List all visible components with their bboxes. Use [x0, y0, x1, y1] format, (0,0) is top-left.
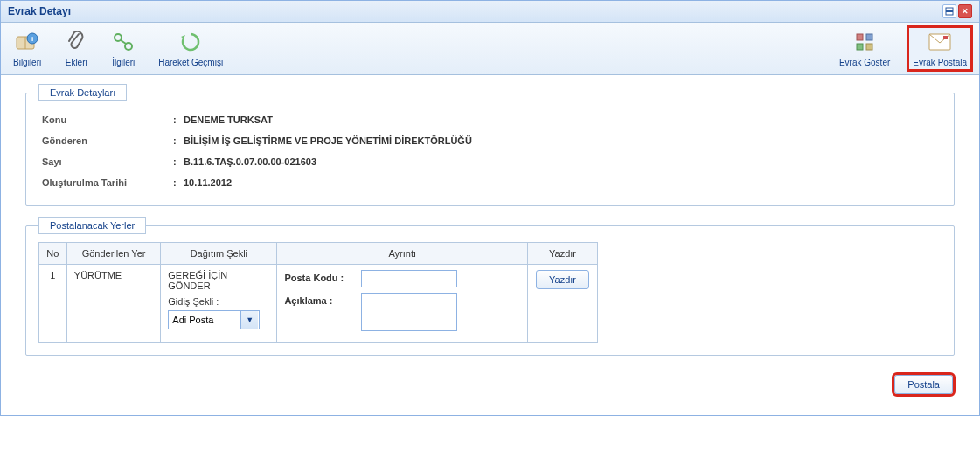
goster-label: Evrak Göster	[839, 58, 890, 67]
svg-rect-9	[857, 44, 863, 50]
table-row: 1 YÜRÜTME GEREĞİ İÇİN GÖNDER Gidiş Şekli…	[39, 265, 598, 343]
ekleri-label: Ekleri	[66, 58, 87, 67]
konu-value: DENEME TURKSAT	[184, 114, 938, 125]
svg-point-5	[115, 34, 122, 41]
konu-label: Konu	[42, 114, 173, 125]
sayi-label: Sayı	[42, 156, 173, 167]
hareket-gecmisi-button[interactable]: Hareket Geçmişi	[155, 28, 226, 69]
collapse-icon	[945, 7, 954, 16]
aciklama-label: Açıklama :	[284, 293, 354, 306]
postala-label: Evrak Postala	[913, 58, 967, 67]
toolbar-left: i Bilgileri Ekleri	[10, 28, 226, 69]
combo-trigger[interactable]: ▼	[240, 311, 258, 329]
aciklama-textarea[interactable]	[361, 293, 457, 331]
sayi-value: B.11.6.TAŞ.0.07.00.00-021603	[184, 156, 938, 167]
footer: Postala	[25, 375, 955, 398]
window-title: Evrak Detayı	[8, 5, 71, 17]
evrak-detaylari-fieldset: Evrak Detayları Konu : DENEME TURKSAT Gö…	[25, 93, 955, 206]
bilgileri-button[interactable]: i Bilgileri	[10, 28, 45, 69]
envelope-icon	[928, 30, 952, 54]
posta-kodu-label: Posta Kodu :	[284, 270, 354, 283]
cell-dagitim: GEREĞİ İÇİN GÖNDER Gidiş Şekli : ▼	[161, 265, 277, 343]
detaylar-legend: Evrak Detayları	[38, 84, 127, 101]
evrak-postala-button[interactable]: Evrak Postala	[909, 28, 970, 69]
svg-point-6	[125, 43, 132, 50]
th-no: No	[39, 243, 67, 265]
cell-no: 1	[39, 265, 67, 343]
gonderen-row: Gönderen : BİLİŞİM İŞ GELİŞTİRME VE PROJ…	[38, 130, 942, 151]
link-icon	[111, 30, 136, 54]
postalanacak-table: No Gönderilen Yer Dağıtım Şekli Ayrıntı …	[38, 242, 598, 343]
svg-rect-12	[943, 36, 948, 39]
toolbar-right: Evrak Göster Evrak Postala	[836, 28, 970, 69]
th-yer: Gönderilen Yer	[66, 243, 161, 265]
ilgileri-button[interactable]: İlgileri	[108, 28, 139, 69]
yazdir-button[interactable]: Yazdır	[536, 270, 589, 289]
svg-rect-8	[866, 34, 872, 40]
titlebar: Evrak Detayı ✕	[1, 1, 979, 23]
gonderen-label: Gönderen	[42, 135, 173, 146]
chevron-down-icon: ▼	[246, 315, 254, 324]
sayi-row: Sayı : B.11.6.TAŞ.0.07.00.00-021603	[38, 151, 942, 172]
cell-yazdir: Yazdır	[528, 265, 598, 343]
cell-yer: YÜRÜTME	[66, 265, 161, 343]
tarih-row: Oluşturulma Tarihi : 10.11.2012	[38, 172, 942, 193]
posta-kodu-input[interactable]	[361, 270, 457, 287]
grid-icon	[852, 30, 877, 54]
th-ayrinti: Ayrıntı	[277, 243, 528, 265]
gonderen-value: BİLİŞİM İŞ GELİŞTİRME VE PROJE YÖNETİMİ …	[184, 135, 938, 146]
cell-ayrinti: Posta Kodu : Açıklama :	[277, 265, 528, 343]
refresh-icon	[178, 30, 203, 54]
ekleri-button[interactable]: Ekleri	[60, 28, 92, 69]
th-yazdir: Yazdır	[528, 243, 598, 265]
collapse-button[interactable]	[942, 4, 956, 18]
titlebar-controls: ✕	[942, 4, 972, 18]
tarih-label: Oluşturulma Tarihi	[42, 177, 173, 188]
book-info-icon: i	[15, 30, 39, 54]
hareket-label: Hareket Geçmişi	[158, 58, 223, 67]
gidis-sekli-combo[interactable]: ▼	[168, 310, 260, 329]
postalanacak-legend: Postalanacak Yerler	[38, 217, 146, 234]
close-button[interactable]: ✕	[958, 4, 972, 18]
bilgileri-label: Bilgileri	[13, 58, 41, 67]
svg-text:i: i	[31, 35, 33, 43]
postala-button[interactable]: Postala	[894, 375, 953, 394]
gidis-sekli-label: Gidiş Şekli :	[168, 296, 269, 307]
konu-row: Konu : DENEME TURKSAT	[38, 109, 942, 130]
tarih-value: 10.11.2012	[184, 177, 938, 188]
paperclip-icon	[64, 30, 88, 54]
close-icon: ✕	[962, 7, 969, 16]
svg-rect-7	[857, 34, 863, 40]
evrak-detayi-window: Evrak Detayı ✕ i	[0, 0, 980, 416]
svg-rect-1	[946, 10, 953, 12]
ilgileri-label: İlgileri	[112, 58, 135, 67]
evrak-goster-button[interactable]: Evrak Göster	[836, 28, 893, 69]
svg-rect-10	[866, 44, 872, 50]
gidis-sekli-input[interactable]	[169, 311, 240, 329]
content-area: Evrak Detayları Konu : DENEME TURKSAT Gö…	[1, 75, 979, 415]
th-dagitim: Dağıtım Şekli	[161, 243, 277, 265]
postalanacak-yerler-fieldset: Postalanacak Yerler No Gönderilen Yer Da…	[25, 225, 955, 356]
toolbar: i Bilgileri Ekleri	[1, 23, 979, 75]
geregi-text: GEREĞİ İÇİN GÖNDER	[168, 270, 227, 291]
